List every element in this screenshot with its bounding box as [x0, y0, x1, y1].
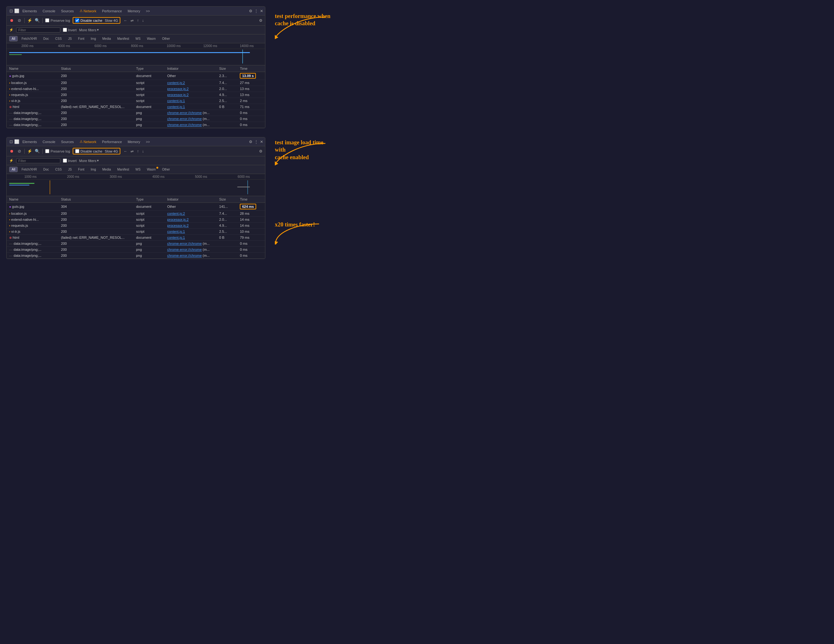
disable-cache-box-1[interactable]: Disable cache Slow 4G	[73, 17, 121, 24]
tab-elements[interactable]: Elements	[20, 8, 39, 14]
type-btn-img-2[interactable]: Img	[88, 167, 99, 172]
arrow-left-icon-2[interactable]: ←	[123, 149, 127, 153]
more-filters-2[interactable]: More filters ▾	[79, 158, 99, 163]
upload-icon-2[interactable]: ↑	[137, 149, 139, 153]
type-btn-other-1[interactable]: Other	[160, 36, 173, 41]
type-btn-ws-1[interactable]: WS	[133, 36, 143, 41]
type-btn-doc-2[interactable]: Doc	[41, 167, 52, 172]
type-btn-media-2[interactable]: Media	[100, 167, 113, 172]
filter-icon-2[interactable]: ⚡	[27, 149, 32, 154]
initiator-link[interactable]: content.js:1	[167, 105, 185, 109]
invert-label-2[interactable]: Invert	[63, 158, 77, 163]
initiator-link[interactable]: content.js:2	[167, 81, 185, 85]
tab-memory-2[interactable]: Memory	[125, 139, 143, 145]
devtools-icon-2[interactable]: ⊡	[8, 139, 14, 144]
filter-input-wrap-1[interactable]	[16, 27, 60, 32]
more-icon-2[interactable]: ⋮	[254, 140, 258, 144]
search-icon-2[interactable]: 🔍	[35, 149, 40, 154]
tab-sources-2[interactable]: Sources	[58, 139, 76, 145]
preserve-log-label[interactable]: Preserve log	[45, 18, 70, 23]
disable-cache-checkbox-1[interactable]	[75, 18, 79, 23]
network-settings-icon-2[interactable]: ⚙	[259, 149, 262, 153]
record-icon[interactable]: ⏺	[9, 18, 14, 23]
preserve-log-checkbox[interactable]	[45, 18, 49, 23]
more-filters-1[interactable]: More filters ▾	[79, 28, 99, 32]
tab-network[interactable]: ⚠Network	[77, 8, 99, 14]
tab-more-2[interactable]: >>	[144, 139, 153, 145]
initiator-link-7[interactable]: chrome-error://chrome	[167, 242, 202, 245]
type-btn-ws-2[interactable]: WS	[133, 167, 143, 172]
initiator-link-8[interactable]: chrome-error://chrome	[167, 248, 202, 252]
record-icon-2[interactable]: ⏺	[9, 149, 14, 154]
type-btn-wasm-2[interactable]: Wasm	[144, 167, 158, 172]
type-btn-media-1[interactable]: Media	[100, 36, 113, 41]
initiator-link[interactable]: chrome-error://chrome	[167, 111, 202, 115]
settings-icon[interactable]: ⚙	[249, 9, 252, 13]
tab-console-2[interactable]: Console	[40, 139, 58, 145]
initiator-link[interactable]: processor.js:2	[167, 93, 189, 97]
invert-checkbox-1[interactable]	[63, 28, 67, 32]
preserve-log-checkbox-2[interactable]	[45, 149, 49, 153]
tab-memory[interactable]: Memory	[125, 8, 143, 14]
tab-performance[interactable]: Performance	[100, 8, 124, 14]
disable-cache-box-2[interactable]: Disable cache Slow 4G	[73, 148, 121, 155]
initiator-link[interactable]: chrome-error://chrome	[167, 123, 202, 127]
upload-icon[interactable]: ↑	[137, 18, 139, 23]
more-icon[interactable]: ⋮	[254, 9, 258, 13]
tab-elements-2[interactable]: Elements	[20, 139, 39, 145]
arrow-left-icon[interactable]: ←	[123, 18, 127, 23]
devtools-icon[interactable]: ⊡	[8, 8, 14, 14]
close-icon[interactable]: ✕	[260, 9, 263, 13]
clear-icon[interactable]: ⊘	[17, 18, 22, 23]
type-btn-doc-1[interactable]: Doc	[41, 36, 52, 41]
initiator-link-5[interactable]: content.js:1	[167, 229, 185, 233]
type-btn-font-1[interactable]: Font	[76, 36, 87, 41]
initiator-link[interactable]: content.js:1	[167, 99, 185, 103]
type-btn-js-1[interactable]: JS	[65, 36, 74, 41]
disable-cache-checkbox-2[interactable]	[75, 149, 79, 153]
type-btn-manifest-1[interactable]: Manifest	[115, 36, 132, 41]
filter-input-1[interactable]	[18, 28, 58, 32]
tab-more[interactable]: >>	[144, 8, 153, 14]
tab-console[interactable]: Console	[40, 8, 58, 14]
type-btn-img-1[interactable]: Img	[88, 36, 99, 41]
type-btn-manifest-2[interactable]: Manifest	[115, 167, 132, 172]
type-btn-other-2[interactable]: Other	[160, 167, 173, 172]
inspect-icon[interactable]: ⬜	[14, 8, 19, 14]
tab-performance-2[interactable]: Performance	[100, 139, 124, 145]
initiator-link[interactable]: processor.js:2	[167, 87, 189, 90]
type-btn-all-2[interactable]: All	[9, 167, 18, 172]
search-icon[interactable]: 🔍	[35, 18, 40, 23]
initiator-link-6[interactable]: content.js:1	[167, 236, 185, 239]
type-btn-css-1[interactable]: CSS	[53, 36, 65, 41]
initiator-link-4[interactable]: processor.js:2	[167, 224, 189, 228]
filter-input-2[interactable]	[18, 159, 58, 163]
tab-network-2[interactable]: ⚠Network	[77, 139, 99, 145]
type-btn-font-2[interactable]: Font	[76, 167, 87, 172]
type-btn-css-2[interactable]: CSS	[53, 167, 65, 172]
filter-input-wrap-2[interactable]	[16, 158, 60, 163]
initiator-link-2[interactable]: content.js:2	[167, 211, 185, 215]
preserve-log-label-2[interactable]: Preserve log	[45, 149, 70, 153]
invert-label-1[interactable]: Invert	[63, 28, 77, 32]
inspect-icon-2[interactable]: ⬜	[14, 139, 19, 144]
type-btn-js-2[interactable]: JS	[65, 167, 74, 172]
type-btn-fetch-2[interactable]: Fetch/XHR	[19, 167, 39, 172]
initiator-link-3[interactable]: processor.js:2	[167, 218, 189, 221]
type-btn-all-1[interactable]: All	[9, 36, 18, 41]
filter-icon[interactable]: ⚡	[27, 18, 32, 23]
network-settings-icon[interactable]: ⚙	[259, 18, 262, 23]
settings-icon-2[interactable]: ⚙	[249, 140, 252, 144]
type-btn-fetch-1[interactable]: Fetch/XHR	[19, 36, 39, 41]
tab-sources[interactable]: Sources	[58, 8, 76, 14]
download-icon-2[interactable]: ↓	[142, 149, 144, 153]
wifi-icon[interactable]: ⇌	[131, 18, 134, 23]
invert-checkbox-2[interactable]	[63, 158, 67, 163]
initiator-link-9[interactable]: chrome-error://chrome	[167, 253, 202, 257]
download-icon[interactable]: ↓	[142, 18, 144, 23]
initiator-link[interactable]: chrome-error://chrome	[167, 117, 202, 121]
clear-icon-2[interactable]: ⊘	[17, 149, 22, 154]
close-icon-2[interactable]: ✕	[260, 140, 263, 144]
wifi-icon-2[interactable]: ⇌	[131, 149, 134, 153]
type-btn-wasm-1[interactable]: Wasm	[144, 36, 158, 41]
